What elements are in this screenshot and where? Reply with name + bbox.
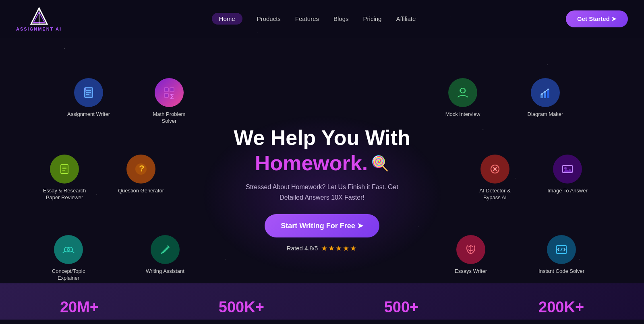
imagetoans-label: Image To Answer — [547, 188, 587, 194]
lollipop-icon: 🍭 — [371, 155, 389, 171]
icon-question-generator[interactable]: ? Question Generator — [117, 155, 165, 194]
nav-products[interactable]: Products — [257, 15, 281, 22]
hero-title-line1: We Help You With — [213, 126, 431, 149]
concept-icon — [54, 235, 83, 264]
nav-home[interactable]: Home — [212, 13, 242, 25]
essay-icon — [50, 155, 79, 184]
svg-point-34 — [547, 89, 549, 90]
writing-label: Writing Assistant — [146, 268, 184, 275]
svg-rect-14 — [60, 164, 68, 173]
svg-point-28 — [464, 89, 466, 92]
logo[interactable]: ASSIGNMENT AI — [16, 6, 62, 31]
assignment-label: Assignment Writer — [67, 111, 110, 118]
logo-text: ASSIGNMENT AI — [16, 27, 62, 31]
svg-text:?: ? — [139, 163, 144, 173]
codesolver-label: Instant Code Solver — [538, 268, 584, 275]
stat-2: 500K+ — [219, 299, 264, 316]
svg-text:∑: ∑ — [170, 93, 174, 99]
stats-bar: 20M+ 500K+ 500+ 200K+ — [0, 283, 644, 320]
stat-1: 20M+ — [60, 299, 99, 316]
svg-line-18 — [72, 251, 74, 253]
nav-features[interactable]: Features — [295, 15, 319, 22]
hero-title-line2: Homework. 🍭 — [213, 152, 431, 175]
stat-number-1: 20M+ — [60, 299, 99, 316]
svg-rect-20 — [164, 93, 168, 97]
question-icon: ? — [126, 155, 155, 184]
nav-blogs[interactable]: Blogs — [333, 15, 349, 22]
icon-essays-writer[interactable]: Essays Writer — [447, 235, 495, 275]
navbar: ASSIGNMENT AI Home Products Features Blo… — [0, 0, 644, 38]
question-label: Question Generator — [118, 188, 164, 194]
nav-affiliate[interactable]: Affiliate — [396, 15, 416, 22]
start-writing-button[interactable]: Start Writing For Free ➤ — [265, 214, 379, 237]
main-content: Assignment Writer Essay & Research Paper… — [0, 38, 644, 320]
icon-concept-explainer[interactable]: Concept/Topic Explainer — [44, 235, 93, 282]
svg-line-17 — [63, 251, 65, 253]
icon-image-to-answer[interactable]: Image To Answer — [543, 155, 592, 194]
svg-point-27 — [459, 89, 462, 92]
icon-math-solver[interactable]: ∑ Math Problem Solver — [145, 78, 193, 125]
icon-diagram-maker[interactable]: Diagram Maker — [521, 78, 569, 118]
svg-point-9 — [85, 91, 86, 92]
svg-rect-21 — [170, 88, 174, 92]
imagetoans-icon — [553, 155, 582, 184]
icon-writing-assistant[interactable]: Writing Assistant — [141, 235, 189, 275]
concept-label: Concept/Topic Explainer — [44, 268, 93, 282]
diagram-label: Diagram Maker — [528, 111, 563, 118]
mock-label: Mock Interview — [445, 111, 480, 118]
svg-point-8 — [85, 88, 86, 90]
star-icons: ★★★★★ — [321, 244, 357, 253]
stat-number-3: 500+ — [384, 299, 419, 316]
aidetector-label: AI Detector & Bypass AI — [471, 188, 519, 201]
writing-icon — [151, 235, 180, 264]
svg-point-32 — [541, 93, 543, 95]
icon-mock-interview[interactable]: Mock Interview — [439, 78, 487, 118]
rating-row: Rated 4.8/5 ★★★★★ — [213, 244, 431, 253]
svg-rect-31 — [547, 89, 549, 98]
rating-text: Rated 4.8/5 — [287, 245, 318, 252]
svg-rect-19 — [164, 88, 168, 92]
hero-center: We Help You With Homework. 🍭 Stressed Ab… — [213, 126, 431, 253]
aidetector-icon — [480, 155, 509, 184]
icon-assignment-writer[interactable]: Assignment Writer — [64, 78, 113, 118]
nav-pricing[interactable]: Pricing — [363, 15, 382, 22]
get-started-button[interactable]: Get Started ➤ — [566, 10, 628, 27]
codesolver-icon — [547, 235, 576, 264]
stat-number-2: 500K+ — [219, 299, 264, 316]
essay-label: Essay & Research Paper Reviewer — [40, 188, 89, 201]
stat-4: 200K+ — [538, 299, 584, 316]
svg-point-38 — [564, 167, 567, 169]
essays-label: Essays Writer — [455, 268, 487, 275]
svg-line-41 — [561, 248, 562, 251]
diagram-icon — [531, 78, 560, 107]
mock-icon — [448, 78, 477, 107]
icons-layout: Assignment Writer Essay & Research Paper… — [0, 46, 644, 320]
stat-number-4: 200K+ — [538, 299, 584, 316]
hero-subtitle: Stressed About Homework? Let Us Finish i… — [238, 182, 407, 202]
essays-icon — [456, 235, 485, 264]
icon-ai-detector[interactable]: AI Detector & Bypass AI — [471, 155, 519, 201]
stat-3: 500+ — [384, 299, 419, 316]
nav-links: Home Products Features Blogs Pricing Aff… — [212, 15, 416, 23]
assignment-icon — [74, 78, 103, 107]
icon-code-solver[interactable]: Instant Code Solver — [537, 235, 586, 275]
math-label: Math Problem Solver — [145, 111, 193, 125]
icon-essay-reviewer[interactable]: Essay & Research Paper Reviewer — [40, 155, 89, 201]
math-icon: ∑ — [155, 78, 184, 107]
svg-point-33 — [544, 91, 546, 93]
